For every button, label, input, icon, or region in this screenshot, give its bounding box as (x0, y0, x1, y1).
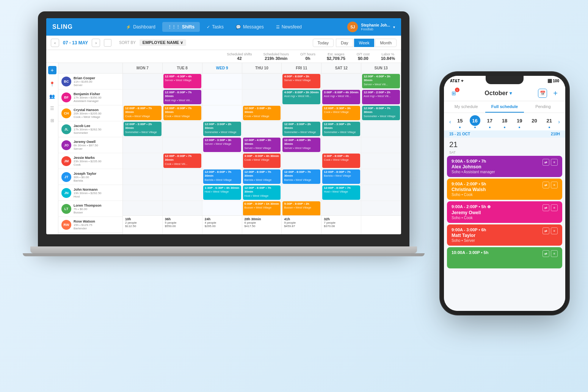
grid-cell (123, 185, 162, 201)
shift-block[interactable]: 12:00P - 3:00P • 2h 30min Sommelier • We… (282, 122, 320, 136)
grid-cell: 12:00P - 8:00P • 7h 30min Asst mgr • Wes… (163, 89, 202, 105)
today-button[interactable]: Today (313, 39, 334, 47)
grid-cell (202, 153, 242, 169)
shift-block[interactable]: 12:00P - 3:30P • 3h Server • West Villag… (203, 138, 241, 152)
grid-cell (282, 153, 321, 169)
shift-block[interactable]: 12:00P - 8:00P • 7h Barista • West Villa… (322, 169, 360, 184)
shift-block[interactable]: 12:00P - 8:00P • 7h 30min Cook • West Vi… (124, 106, 162, 120)
tab-newsfeed[interactable]: ☰ Newsfeed (271, 22, 307, 32)
shift-block[interactable]: 12:00P - 8:00P • 7h 30min Sommelier • We… (362, 106, 400, 120)
tab-tasks[interactable]: ✓ Tasks (201, 22, 229, 32)
shift-block[interactable]: 12:00P - 3:00P • 2h 30min Sommelier • We… (203, 122, 241, 136)
prev-button[interactable]: ‹ (51, 39, 59, 47)
more-icon[interactable]: ≡ (551, 182, 558, 188)
shift-block[interactable]: 12:00P - 8:00P • 7h 30min Barista • West… (203, 169, 241, 184)
more-icon[interactable]: ≡ (551, 204, 558, 211)
sidebar-icons: + 📍 👥 ☰ ⊞ (46, 63, 58, 234)
week-day[interactable]: 16 (470, 115, 480, 128)
shift-block[interactable]: 12:00P - 8:00P • 7h Host • West Village (322, 185, 360, 200)
shift-block[interactable]: 5:30P - 8:00P • 2h Busser • West Village (282, 201, 320, 215)
tab-dashboard-label: Dashboard (133, 24, 155, 30)
footer-col-thu: 28h 30min 6 people $417.50 (242, 216, 282, 234)
tab-pending[interactable]: Pending (524, 101, 562, 113)
swap-icon[interactable]: ⇄ (543, 227, 549, 234)
shift-block[interactable]: 3:30P - 8:00P • 4h Cook • West Village (322, 154, 360, 168)
schedule-item[interactable]: 9:00A - 5:00P • 7h Alex Johnson Soho • A… (447, 156, 562, 177)
week-prev-button[interactable]: ‹ (449, 119, 451, 125)
grid-cell: 3:00P - 8:00P • 4h 30min Asst mgr • West… (321, 89, 361, 105)
shift-block[interactable]: 3:00P - 8:00P • 4h 30min Cook • West Vil… (243, 154, 281, 168)
shift-block[interactable]: 4:00P - 8:00P • 3h Server • West Village (282, 74, 320, 88)
swap-icon[interactable]: ⇄ (543, 250, 549, 257)
shift-block[interactable]: 6:00P - 8:00P • 1h 30min Busser • West V… (243, 201, 281, 215)
labor-pct-value: 10.84% (381, 56, 395, 61)
avatar: JM (61, 156, 71, 166)
tab-dashboard[interactable]: ⚡ Dashboard (121, 22, 161, 32)
item-time: 10:00A - 3:00P • 5h (452, 250, 543, 255)
schedule-item[interactable]: 9:00A - 2:00P • 5h ⊕ Jeremy Owell Soho •… (447, 201, 562, 223)
calendar-icon[interactable]: 📅 (538, 89, 547, 98)
shift-block[interactable]: 12:00P - 4:30P • 4h Server • West Villag… (163, 74, 201, 88)
week-day[interactable]: 18 (499, 115, 510, 128)
week-day[interactable]: 15 (455, 115, 465, 128)
grid-cell: 12:00P - 3:30P • 3h Cook • West Village (321, 105, 361, 121)
shift-block[interactable]: 12:00P - 3:00P • 2h 30min Cook • West Vi… (243, 106, 281, 120)
swap-icon[interactable]: ⇄ (543, 182, 549, 188)
tab-full-schedule[interactable]: Full schedule (485, 101, 524, 113)
shift-block[interactable]: 12:00P - 8:00P • 7h 30min Cook • West Vi… (163, 106, 201, 120)
next-button[interactable]: › (92, 39, 100, 47)
shift-block[interactable]: 12:00P - 4:00P • 3h 30min Server • West … (282, 138, 320, 152)
shift-block[interactable]: 4:00P - 8:00P • 3h 30min Asst mgr • West… (282, 90, 320, 104)
schedule-item[interactable]: 10:00A - 3:00P • 5h ⇄ ≡ (447, 247, 562, 268)
shift-block[interactable]: 12:00P - 8:00P • 7h 30min Asst mgr • Wes… (163, 90, 201, 104)
day-button[interactable]: Day (336, 39, 353, 47)
employee-detail: 7h • $0.00 (74, 207, 119, 211)
checkbox-toggle[interactable] (104, 39, 111, 47)
sort-value[interactable]: EMPLOYEE NAME ∨ (140, 39, 187, 46)
filter-button[interactable]: ⊞ 1 (449, 89, 458, 98)
schedule-item[interactable]: 9:00A - 3:00P • 6h Matt Taylor Soho • Se… (447, 224, 562, 246)
grid-cell: 12:00P - 3:30P • 3h Server • West Villag… (202, 137, 242, 153)
shift-block[interactable]: 12:00P - 8:00P • 7h 30min Host • West Vi… (243, 185, 281, 200)
shift-block[interactable]: 12:00P - 3:00P • 2h 30min Sommelier • We… (322, 122, 360, 136)
shift-block[interactable]: 12:00P - 8:00P • 7h 30min Barista • West… (282, 169, 320, 184)
more-icon[interactable]: ≡ (551, 159, 558, 166)
schedule-item[interactable]: 9:00A - 2:00P • 5h Christina Walsh Soho … (447, 179, 562, 200)
grid-cell: 12:00P - 8:00P • 7h 30min Cook • West Vi… (163, 153, 202, 169)
shift-block[interactable]: 1:30P - 6:30P • 4h 30min Host • West Vil… (203, 185, 241, 200)
week-day[interactable]: 21 (544, 115, 555, 128)
location-icon[interactable]: 📍 (49, 80, 56, 88)
filter-icon[interactable]: ⊞ (49, 117, 56, 124)
week-day[interactable]: 17 (485, 115, 495, 128)
add-icon[interactable]: + (551, 89, 560, 98)
tab-shifts[interactable]: ⋮⋮⋮ Shifts (162, 22, 200, 32)
tab-messages[interactable]: 💬 Messages (230, 22, 269, 32)
month-selector[interactable]: October ▾ (485, 90, 511, 97)
month-button[interactable]: Month (375, 39, 397, 47)
week-day[interactable]: 19 (514, 115, 525, 128)
week-day[interactable]: 20 (529, 115, 539, 128)
shift-block[interactable]: 12:00P - 8:00P • 7h 30min Barista • West… (243, 169, 281, 184)
grid-cell (361, 169, 401, 185)
shift-block[interactable]: 12:00P - 4:00P • 3h 30min Server • West … (243, 138, 281, 152)
shift-block[interactable]: 12:00P - 3:30P • 3h Cook • West Village (322, 106, 360, 120)
shift-block[interactable]: 12:00P - 8:00P • 7h 30min Cook • West Vi… (163, 154, 201, 168)
swap-icon[interactable]: ⇄ (543, 159, 549, 166)
shift-block[interactable]: 12:00P - 3:00P • 2h 30min Sommelier • We… (124, 122, 162, 136)
more-icon[interactable]: ≡ (551, 227, 558, 234)
laptop: SLING ⚡ Dashboard ⋮⋮⋮ Shifts ✓ Tasks (38, 11, 409, 284)
employee-row: JL Jacob Lee 17h 30min • $262.50 Sommeli… (58, 121, 122, 137)
more-icon[interactable]: ≡ (551, 250, 558, 257)
week-next-button[interactable]: › (558, 119, 560, 125)
grid-cell (361, 137, 401, 153)
week-button[interactable]: Week (354, 39, 375, 47)
ot-cost-value: $0.00 (357, 56, 370, 61)
tab-my-schedule[interactable]: My schedule (447, 101, 485, 113)
shift-block[interactable]: 12:00P - 4:00P • 3h 30min Server • West … (362, 74, 400, 88)
people-icon[interactable]: 👥 (49, 93, 56, 100)
add-shift-button[interactable]: + (48, 66, 56, 74)
list-icon[interactable]: ☰ (49, 105, 56, 112)
swap-icon[interactable]: ⇄ (543, 204, 549, 211)
shift-block[interactable]: 3:00P - 8:00P • 4h 30min Asst mgr • West… (322, 90, 360, 104)
shift-block[interactable]: 12:00P - 2:00P • 2h Asst mgr • West Vill… (362, 90, 400, 104)
